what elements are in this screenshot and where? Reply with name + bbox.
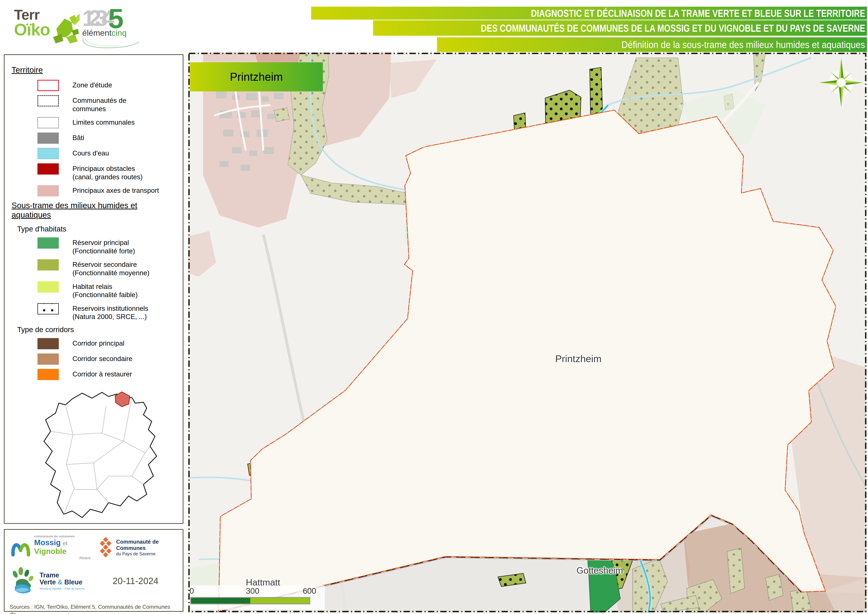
communautes-swatch [37,95,59,106]
element5-word2: cinq [112,28,127,37]
legend-item-habitat-relais: Habitat relais (Fonctionnalité faible) [37,281,177,299]
scale-bar: 0 300 600 m [188,586,325,610]
legend-item-transport: Principaux axes de transport [37,185,177,196]
zone-etude-swatch [37,80,59,91]
corridor-secondaire-swatch [37,353,59,365]
habitat-relais-swatch [37,281,59,292]
tvb-paw-icon [10,567,36,595]
map-drawing [188,53,866,612]
legend-item-reservoir-principal: Réservoir principal (Fonctionnalité fort… [37,238,177,255]
legend-habitats-title: Type d'habitats [17,225,177,233]
terroiko-logo: Terr Oïko [14,8,87,52]
legend-item-reservoir-secondaire: Réservoir secondaire (Fonctionnalité moy… [37,259,177,277]
banner-title-3-text: Définition de la sous-trame des milieux … [622,39,867,50]
legend-item-reservoirs-institutionnels: Reservoirs institutionnels (Natura 2000,… [37,303,177,321]
obstacles-swatch [37,163,59,174]
legend-item-zone-etude: Zone d'étude [37,80,177,91]
legend-item-corridor-principal: Corridor principal [37,338,177,349]
reservoir-secondaire-swatch [37,259,59,270]
saverne-diamonds-icon [98,534,114,561]
legend-item-cours-eau: Cours d'eau [37,148,177,159]
element5-swoosh-icon [82,37,140,50]
terroiko-text-1: Terr [14,8,50,22]
pays-saverne-logo: Communauté de Communes du Pays de Savern… [98,534,177,561]
legend-soustrame-title: Sous-trame des milieux humides et aquati… [12,201,177,219]
banner-title-1-text: DIAGNOSTIC ET DÉCLINAISON DE LA TRAME VE… [531,7,867,19]
tvb-logo: Trame Verte & Bleue Mossig et Vignoble –… [10,567,85,595]
locator-inset-map [16,385,173,525]
scale-0: 0 [189,586,194,595]
map-title-box: Printzheim [190,62,323,92]
frog-icon [46,8,80,48]
label-gottesheim: Gottesheim [577,565,623,576]
bati-swatch [37,132,59,144]
cours-eau-swatch [37,148,59,159]
legend-item-communautes: Communautés de communes [37,95,177,113]
mossig-m-icon [10,535,32,560]
legend-territoire-title: Territoire [12,65,177,75]
legend-item-obstacles: Principaux obstacles (canal, grandes rou… [37,163,177,181]
mossig-vignoble-logo: communauté de communes Mossig et Vignobl… [10,535,91,560]
element5-word1: élément [82,28,112,37]
legend-panel: Territoire Zone d'étude Communautés de c… [4,54,183,524]
legend-item-corridor-secondaire: Corridor secondaire [37,353,177,365]
credits-panel: communauté de communes Mossig et Vignobl… [4,529,183,612]
legend-item-corridor-restaurer: Corridor à restaurer [37,369,177,380]
element5-numbers: 1234 [82,7,108,30]
banner-title-2-text: DES COMMUNAUTÉS DE COMMUNES DE LA MOSSIG… [481,22,867,34]
transport-swatch [37,185,59,196]
map-date: 20-11-2024 [113,576,158,586]
map-canvas[interactable]: Printzheim Printzheim Hattmatt Gotteshei… [188,53,866,612]
label-printzheim: Printzheim [555,353,601,364]
element5-five: 5 [108,7,124,30]
corridor-restaurer-swatch [37,369,59,380]
scale-300: 300 [246,586,259,595]
terroiko-text-2: Oïko [14,22,50,37]
banner-title-2: DES COMMUNAUTÉS DE COMMUNES DE LA MOSSIG… [373,20,867,36]
corridor-principal-swatch [37,338,59,349]
reservoirs-institutionnels-swatch [37,303,59,314]
banner-title-1: DIAGNOSTIC ET DÉCLINAISON DE LA TRAME VE… [311,7,867,20]
limites-swatch [37,117,59,128]
sources-text: Sources : IGN, TerrOïko, Elément 5, Comm… [10,603,177,614]
legend-corridors-title: Type de corridors [17,325,177,334]
legend-item-limites: Limites communales [37,117,177,128]
compass-rose-icon [818,56,865,109]
banner-title-3: Définition de la sous-trame des milieux … [437,37,867,52]
legend-item-bati: Bâti [37,132,177,144]
reservoir-principal-swatch [37,238,59,249]
element5-logo: 1234 5 élémentcinq [82,7,140,56]
